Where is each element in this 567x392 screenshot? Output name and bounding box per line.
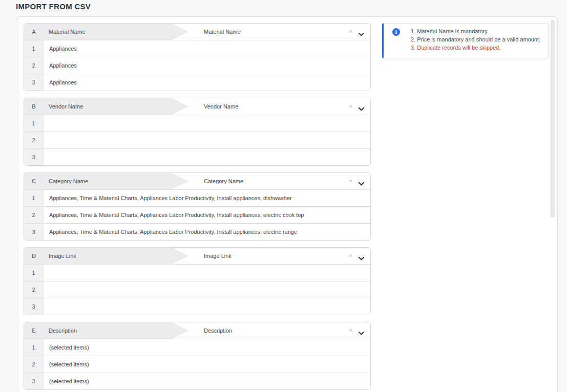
column-header: B Vendor Name Vendor Name ✕ xyxy=(24,98,370,115)
scrollbar-track[interactable] xyxy=(550,18,556,392)
row-number: 1 xyxy=(24,115,44,132)
note-item: 2.Price is mandatory and should be a val… xyxy=(411,35,540,43)
clear-selection-icon[interactable]: ✕ xyxy=(349,98,353,115)
preview-row: 2 (selected items) xyxy=(24,356,370,373)
preview-row: 3 (selected items) xyxy=(24,373,370,389)
mapped-field-select[interactable]: Material Name ✕ xyxy=(188,24,370,40)
row-number: 2 xyxy=(24,57,44,74)
clear-selection-icon[interactable]: ✕ xyxy=(349,24,353,40)
preview-row: 1 xyxy=(24,115,370,132)
mapped-field-value: Image Link xyxy=(204,248,232,264)
preview-row: 1 xyxy=(24,264,370,281)
column-letter: B xyxy=(24,98,44,115)
column-letter: A xyxy=(24,24,44,40)
import-notes-box: i 1.Material Name is mandatory. 2.Price … xyxy=(382,23,549,58)
scrollbar-thumb[interactable] xyxy=(551,20,555,217)
row-value: Appliances, Time & Material Charts, Appl… xyxy=(44,190,370,206)
chevron-down-icon[interactable] xyxy=(358,30,365,39)
preview-row: 1 (selected items) xyxy=(24,339,370,356)
preview-row: 1 Appliances xyxy=(24,40,370,57)
column-letter: D xyxy=(24,248,44,264)
preview-row: 2 xyxy=(24,132,370,148)
note-number: 3. xyxy=(411,43,415,52)
page-title: IMPORT FROM CSV xyxy=(16,2,91,11)
row-number: 3 xyxy=(24,298,44,315)
mapped-field-select[interactable]: Image Link ✕ xyxy=(188,248,370,264)
column-card: A Material Name Material Name ✕ 1 Applia… xyxy=(24,23,371,91)
row-number: 2 xyxy=(24,281,44,298)
column-letter: C xyxy=(24,173,44,189)
mapped-field-value: Category Name xyxy=(204,173,243,189)
row-value: (selected items) xyxy=(44,356,370,373)
column-header: E Description Description ✕ xyxy=(24,322,370,339)
chevron-down-icon[interactable] xyxy=(358,254,365,263)
mapped-field-value: Material Name xyxy=(204,24,241,40)
clear-selection-icon[interactable]: ✕ xyxy=(349,173,353,189)
note-number: 1. xyxy=(411,27,415,35)
note-text: Duplicate records will be skipped. xyxy=(417,45,500,51)
note-item: 1.Material Name is mandatory. xyxy=(411,27,540,35)
import-panel: A Material Name Material Name ✕ 1 Applia… xyxy=(17,16,558,392)
note-text: Material Name is mandatory. xyxy=(417,28,489,34)
row-value: Appliances, Time & Material Charts, Appl… xyxy=(44,207,370,223)
preview-row: 2 Appliances xyxy=(24,57,370,74)
row-value xyxy=(44,115,370,132)
row-value: Appliances xyxy=(44,74,370,91)
preview-row: 3 xyxy=(24,148,370,165)
column-card: D Image Link Image Link ✕ 1 2 3 xyxy=(24,247,371,315)
row-number: 2 xyxy=(24,207,44,223)
mapped-field-value: Vendor Name xyxy=(204,98,238,115)
notes-list: 1.Material Name is mandatory. 2.Price is… xyxy=(411,27,540,52)
row-value: Appliances xyxy=(44,40,370,57)
row-number: 3 xyxy=(24,149,44,165)
row-value: (selected items) xyxy=(44,339,370,356)
preview-row: 2 Appliances, Time & Material Charts, Ap… xyxy=(24,206,370,223)
row-number: 2 xyxy=(24,132,44,148)
row-number: 1 xyxy=(24,265,44,281)
preview-row: 3 Appliances, Time & Material Charts, Ap… xyxy=(24,223,370,240)
row-value xyxy=(44,265,370,281)
row-number: 2 xyxy=(24,356,44,373)
row-number: 3 xyxy=(24,224,44,240)
note-item-warning: 3.Duplicate records will be skipped. xyxy=(411,43,540,52)
chevron-down-icon[interactable] xyxy=(358,104,365,114)
preview-row: 3 Appliances xyxy=(24,74,370,91)
chevron-down-icon[interactable] xyxy=(358,329,365,338)
column-source-label: Vendor Name xyxy=(49,98,83,115)
row-value xyxy=(44,298,370,315)
info-icon: i xyxy=(392,28,400,36)
chevron-down-icon[interactable] xyxy=(358,179,365,188)
column-card: C Category Name Category Name ✕ 1 Applia… xyxy=(24,172,371,241)
note-text: Price is mandatory and should be a valid… xyxy=(417,36,540,42)
note-number: 2. xyxy=(411,35,415,43)
column-header: C Category Name Category Name ✕ xyxy=(24,173,370,189)
mapped-field-select[interactable]: Description ✕ xyxy=(188,322,370,339)
preview-row: 3 xyxy=(24,298,370,315)
row-value xyxy=(44,132,370,148)
row-value: Appliances xyxy=(44,57,370,74)
column-source-label: Image Link xyxy=(49,248,76,264)
mapped-field-select[interactable]: Vendor Name ✕ xyxy=(188,98,370,115)
column-source-label: Material Name xyxy=(49,24,86,40)
column-source-label: Category Name xyxy=(49,173,88,189)
column-source-label: Description xyxy=(49,322,77,339)
column-header: D Image Link Image Link ✕ xyxy=(24,248,370,264)
mapped-field-value: Description xyxy=(204,322,232,339)
preview-row: 2 xyxy=(24,281,370,298)
row-number: 1 xyxy=(24,40,44,57)
row-value xyxy=(44,149,370,165)
row-number: 3 xyxy=(24,74,44,91)
row-number: 1 xyxy=(24,190,44,206)
column-letter: E xyxy=(24,322,44,339)
row-value: (selected items) xyxy=(44,373,370,389)
row-number: 3 xyxy=(24,373,44,389)
column-mapping-list: A Material Name Material Name ✕ 1 Applia… xyxy=(24,23,371,392)
clear-selection-icon[interactable]: ✕ xyxy=(349,322,353,339)
mapped-field-select[interactable]: Category Name ✕ xyxy=(188,173,370,189)
row-value: Appliances, Time & Material Charts, Appl… xyxy=(44,224,370,240)
column-card: E Description Description ✕ 1 (selected … xyxy=(24,322,371,390)
row-number: 1 xyxy=(24,339,44,356)
row-value xyxy=(44,281,370,298)
column-card: B Vendor Name Vendor Name ✕ 1 2 3 xyxy=(24,98,371,166)
clear-selection-icon[interactable]: ✕ xyxy=(349,248,353,264)
